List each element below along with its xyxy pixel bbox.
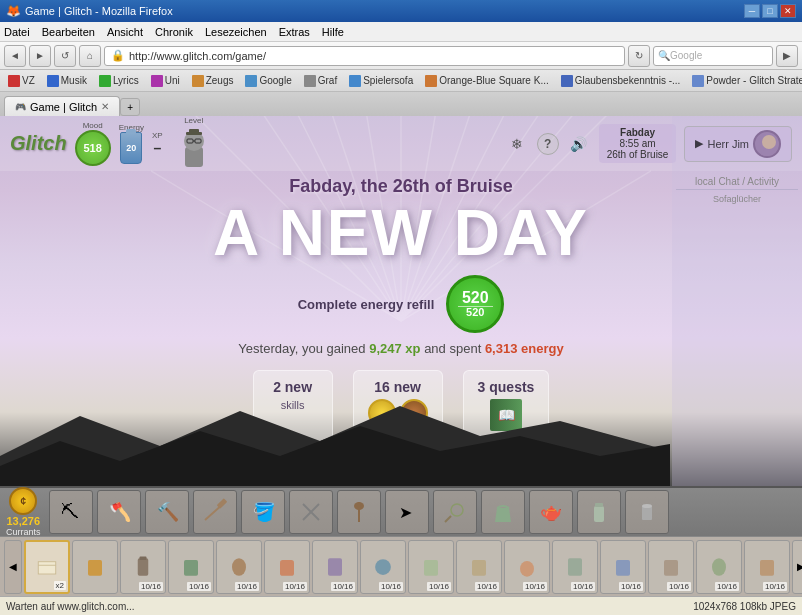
bookmark-lyrics[interactable]: Lyrics xyxy=(95,74,143,88)
svg-point-53 xyxy=(520,560,534,576)
bookmark-orange[interactable]: Orange-Blue Square K... xyxy=(421,74,553,88)
tool-watering-can[interactable]: 🪣 xyxy=(241,490,285,534)
mood-label: Mood xyxy=(83,121,103,130)
bookmark-google[interactable]: Google xyxy=(241,74,295,88)
menu-extras[interactable]: Extras xyxy=(279,26,310,38)
tool-shovel[interactable] xyxy=(337,490,381,534)
sound-button[interactable]: 🔊 xyxy=(567,132,591,156)
tool-arrow[interactable]: ➤ xyxy=(385,490,429,534)
bookmark-powder[interactable]: Powder - Glitch Strate... xyxy=(688,74,802,88)
bookmark-musik[interactable]: Musik xyxy=(43,74,91,88)
menu-ansicht[interactable]: Ansicht xyxy=(107,26,143,38)
mood-circle[interactable]: 518 xyxy=(75,130,111,166)
currants-label: Currants xyxy=(6,527,41,537)
refresh-go-button[interactable]: ↻ xyxy=(628,45,650,67)
tool-tin-can[interactable] xyxy=(625,490,669,534)
badges-number: 16 new xyxy=(374,379,421,395)
refresh-button[interactable]: ↺ xyxy=(54,45,76,67)
inv-item-0[interactable]: x2 xyxy=(24,540,70,594)
svg-rect-41 xyxy=(38,561,56,573)
mountains xyxy=(0,406,802,486)
tool-bucket[interactable] xyxy=(481,490,525,534)
menu-bearbeiten[interactable]: Bearbeiten xyxy=(42,26,95,38)
help-button[interactable]: ? xyxy=(537,133,559,155)
bookmark-vz[interactable]: VZ xyxy=(4,74,39,88)
tool-jar[interactable] xyxy=(577,490,621,534)
expand-right-button[interactable]: ▶ xyxy=(792,540,802,594)
svg-rect-58 xyxy=(760,560,774,576)
tab-close-icon[interactable]: ✕ xyxy=(101,101,109,112)
forward-button[interactable]: ► xyxy=(29,45,51,67)
svg-point-57 xyxy=(712,558,726,576)
menu-lesezeichen[interactable]: Lesezeichen xyxy=(205,26,267,38)
maximize-button[interactable]: □ xyxy=(762,4,778,18)
bookmark-spielersofa[interactable]: Spielersofa xyxy=(345,74,417,88)
xp-label: XP xyxy=(152,131,163,140)
minimize-button[interactable]: ─ xyxy=(744,4,760,18)
tab-game[interactable]: 🎮 Game | Glitch ✕ xyxy=(4,96,120,116)
tool-axe[interactable]: 🪓 xyxy=(97,490,141,534)
currants-display: ¢ 13,276 Currants xyxy=(6,487,41,537)
back-button[interactable]: ◄ xyxy=(4,45,26,67)
search-bar[interactable]: 🔍 Google xyxy=(653,46,773,66)
inv-item-4[interactable]: 10/16 xyxy=(216,540,262,594)
bookmark-graf[interactable]: Graf xyxy=(300,74,341,88)
inv-item-7[interactable]: 10/16 xyxy=(360,540,406,594)
datetime-date: 26th of Bruise xyxy=(607,149,669,160)
inv-item-15[interactable]: 10/16 xyxy=(744,540,790,594)
character-display[interactable] xyxy=(171,125,217,171)
svg-text:🪓: 🪓 xyxy=(109,501,132,523)
inv-item-10[interactable]: 10/16 xyxy=(504,540,550,594)
menu-hilfe[interactable]: Hilfe xyxy=(322,26,344,38)
bookmark-uni[interactable]: Uni xyxy=(147,74,184,88)
tool-cross-pick[interactable] xyxy=(289,490,333,534)
svg-rect-43 xyxy=(88,560,102,576)
tool-teapot[interactable]: 🫖 xyxy=(529,490,573,534)
inv-count-4: 10/16 xyxy=(235,582,259,591)
mood-stat: Mood 518 xyxy=(75,121,111,166)
inv-item-8[interactable]: 10/16 xyxy=(408,540,454,594)
search-go-button[interactable]: ▶ xyxy=(776,45,798,67)
inv-item-11[interactable]: 10/16 xyxy=(552,540,598,594)
loading-status: Warten auf www.glitch.com... xyxy=(6,601,135,612)
inv-item-9[interactable]: 10/16 xyxy=(456,540,502,594)
xp-summary-text: Yesterday, you gained xyxy=(238,341,365,356)
bookmark-zeugs[interactable]: Zeugs xyxy=(188,74,238,88)
new-tab-button[interactable]: + xyxy=(120,98,140,116)
svg-rect-45 xyxy=(140,556,147,560)
svg-point-50 xyxy=(375,559,391,575)
menu-datei[interactable]: Datei xyxy=(4,26,30,38)
energy-refill: Complete energy refill 520 520 xyxy=(151,275,651,333)
inv-item-5[interactable]: 10/16 xyxy=(264,540,310,594)
inv-item-6[interactable]: 10/16 xyxy=(312,540,358,594)
mood-value: 518 xyxy=(83,142,101,154)
snowflake-button[interactable]: ❄ xyxy=(505,132,529,156)
svg-text:🔨: 🔨 xyxy=(157,501,180,523)
inv-item-12[interactable]: 10/16 xyxy=(600,540,646,594)
tool-net[interactable] xyxy=(433,490,477,534)
xp-gained-value: 9,247 xp xyxy=(369,341,420,356)
menu-chronik[interactable]: Chronik xyxy=(155,26,193,38)
game-container: Glitch Mood 518 Energy 20 XP – Level xyxy=(0,116,802,486)
expand-button[interactable]: ◀ xyxy=(4,540,22,594)
inv-item-1[interactable] xyxy=(72,540,118,594)
energy-current: 520 xyxy=(462,290,489,306)
inv-item-13[interactable]: 10/16 xyxy=(648,540,694,594)
url-bar[interactable]: 🔒 http://www.glitch.com/game/ xyxy=(104,46,625,66)
tool-pickaxe[interactable]: ⛏ xyxy=(49,490,93,534)
inv-item-14[interactable]: 10/16 xyxy=(696,540,742,594)
tab-label: Game | Glitch xyxy=(30,101,97,113)
bookmark-glauben[interactable]: Glaubensbekenntnis -... xyxy=(557,74,685,88)
glitch-logo: Glitch xyxy=(10,132,67,155)
tool-mattock[interactable] xyxy=(193,490,237,534)
close-button[interactable]: ✕ xyxy=(780,4,796,18)
home-button[interactable]: ⌂ xyxy=(79,45,101,67)
inv-item-2[interactable]: 10/16 xyxy=(120,540,166,594)
inv-item-3[interactable]: 10/16 xyxy=(168,540,214,594)
energy-icon: 20 xyxy=(120,132,142,164)
xp-value: – xyxy=(153,140,161,156)
xp-stat: XP – xyxy=(152,131,163,156)
tool-hammer[interactable]: 🔨 xyxy=(145,490,189,534)
nav-bar: ◄ ► ↺ ⌂ 🔒 http://www.glitch.com/game/ ↻ … xyxy=(0,42,802,70)
energy-total: 520 xyxy=(466,307,484,318)
